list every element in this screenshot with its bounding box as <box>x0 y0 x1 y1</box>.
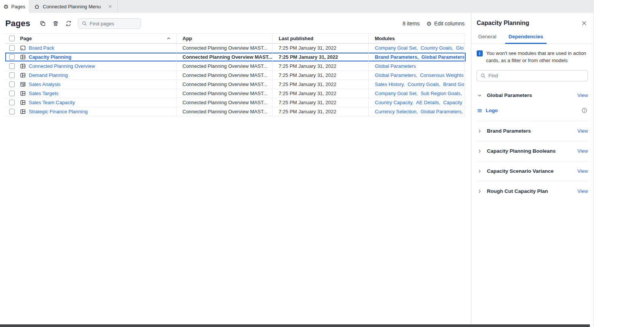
select-all-checkbox[interactable] <box>9 36 15 41</box>
report-icon <box>20 45 26 51</box>
tab-general[interactable]: General <box>477 30 497 44</box>
column-header-app[interactable]: App <box>176 34 272 43</box>
table-row-selected[interactable]: Capacity Planning Connected Planning Ove… <box>5 53 466 62</box>
page-cell: Sales Analysis <box>18 80 176 89</box>
section-name: Rough Cut Capacity Plan <box>487 188 548 194</box>
page-link[interactable]: Sales Targets <box>29 91 59 96</box>
page-link[interactable]: Strategic Finance Planning <box>29 109 87 114</box>
page-cell: Strategic Finance Planning <box>18 107 176 116</box>
modules-cell[interactable]: Company Goal Set, Sub Region Goals, <box>368 89 465 98</box>
panel-header: Capacity Planning <box>471 13 593 30</box>
find-modules-input[interactable] <box>488 73 584 78</box>
section-name: Capacity Planning Booleans <box>487 148 556 154</box>
view-link[interactable]: View <box>577 128 588 134</box>
row-checkbox[interactable] <box>9 100 15 105</box>
section-name: Capacity Scenario Variance <box>487 168 554 174</box>
row-checkbox[interactable] <box>9 45 15 51</box>
section-capacity-planning-booleans: Capacity Planning Booleans View <box>477 141 588 161</box>
section-header[interactable]: Global Parameters View <box>477 86 588 105</box>
dependencies-notice: You won't see modules that are used in a… <box>471 44 593 64</box>
view-link[interactable]: View <box>577 188 588 194</box>
page-link[interactable]: Connected Planning Overview <box>29 63 95 69</box>
section-name: Global Parameters <box>487 92 532 98</box>
items-count: 8 items <box>402 20 419 27</box>
last-published-cell: 7:25 PM January 31, 2022 <box>272 80 368 89</box>
page-cell: Sales Team Capacity <box>18 98 176 107</box>
modules-cell[interactable]: Country Capacity, AE Details, Capacity <box>368 98 465 107</box>
modules-cell[interactable]: Brand Parameters, Global Parameters, <box>368 53 465 61</box>
table-row[interactable]: Board Pack Connected Planning Overview M… <box>5 44 466 53</box>
modules-cell[interactable]: Sales History, Country Goals, Brand Go <box>368 80 465 89</box>
chevron-down-icon <box>477 92 483 99</box>
page-link[interactable]: Demand Planning <box>29 72 68 78</box>
app-window: Pages Connected Planning Menu Pages <box>0 0 594 327</box>
app-cell: Connected Planning Overview MAST... <box>176 44 272 52</box>
window-bottom-edge <box>0 324 590 327</box>
table-row[interactable]: Sales Analysis Connected Planning Overvi… <box>5 80 466 89</box>
modules-cell[interactable]: Company Goal Set, Country Goals, Glo <box>368 44 465 52</box>
screen: Pages Connected Planning Menu Pages <box>0 0 644 327</box>
column-header-page-label: Page <box>20 36 32 41</box>
worksheet-icon <box>20 81 26 87</box>
page-link[interactable]: Board Pack <box>29 45 54 51</box>
tab-pages[interactable]: Pages <box>0 0 29 13</box>
row-checkbox[interactable] <box>9 72 15 78</box>
dependency-item-logo[interactable]: Logo <box>477 105 588 116</box>
column-header-page[interactable]: Page <box>18 34 176 43</box>
row-checkbox[interactable] <box>9 109 15 114</box>
table-row[interactable]: Demand Planning Connected Planning Overv… <box>5 71 466 80</box>
view-link[interactable]: View <box>577 168 588 174</box>
find-modules-search[interactable] <box>477 70 588 81</box>
app-cell: Connected Planning Overview MAST... <box>176 98 272 107</box>
section-header[interactable]: Capacity Planning Booleans View <box>477 141 588 161</box>
section-header[interactable]: Brand Parameters View <box>477 121 588 141</box>
modules-cell[interactable]: Currency Selection, Global Parameters, <box>368 107 465 116</box>
info-outline-icon[interactable] <box>582 108 587 113</box>
pages-toolbar: Pages <box>0 17 471 30</box>
dependency-label[interactable]: Logo <box>486 108 498 113</box>
last-published-cell: 7:25 PM January 31, 2022 <box>272 62 368 70</box>
app-tab-bar: Pages Connected Planning Menu <box>0 0 593 13</box>
delete-button[interactable] <box>51 19 61 28</box>
last-published-cell: 7:25 PM January 31, 2022 <box>272 44 368 52</box>
tab-connected-planning-menu[interactable]: Connected Planning Menu <box>29 0 118 13</box>
modules-cell[interactable]: Global Parameters, Consensus Weights <box>368 71 465 80</box>
checkbox-cell <box>5 44 18 52</box>
page-link[interactable]: Sales Analysis <box>29 81 61 87</box>
checkbox-cell <box>5 98 18 107</box>
section-header[interactable]: Rough Cut Capacity Plan View <box>477 181 588 201</box>
tab-dependencies[interactable]: Dependencies <box>508 30 544 44</box>
column-header-modules[interactable]: Modules <box>368 34 465 43</box>
row-checkbox[interactable] <box>9 63 15 69</box>
section-header[interactable]: Capacity Scenario Variance View <box>477 161 588 181</box>
home-icon <box>34 4 40 9</box>
row-checkbox[interactable] <box>9 91 15 96</box>
last-published-cell: 7:25 PM January 31, 2022 <box>272 89 368 98</box>
find-pages-search[interactable] <box>78 18 141 29</box>
board-icon <box>20 91 26 96</box>
search-icon <box>480 73 486 78</box>
view-link[interactable]: View <box>577 148 588 154</box>
duplicate-button[interactable] <box>38 19 48 28</box>
row-checkbox[interactable] <box>9 54 15 60</box>
close-icon[interactable] <box>580 19 588 27</box>
column-header-last-published[interactable]: Last published <box>272 34 368 43</box>
table-row[interactable]: Sales Targets Connected Planning Overvie… <box>5 89 466 98</box>
page-link[interactable]: Capacity Planning <box>29 54 72 60</box>
table-row[interactable]: Connected Planning Overview Connected Pl… <box>5 62 466 71</box>
page-cell: Capacity Planning <box>18 53 176 61</box>
tab-close-icon[interactable] <box>107 3 114 10</box>
edit-columns-button[interactable]: Edit columns <box>426 20 465 27</box>
last-published-cell: 7:25 PM January 31, 2022 <box>272 71 368 80</box>
table-row[interactable]: Sales Team Capacity Connected Planning O… <box>5 98 466 107</box>
page-cell: Demand Planning <box>18 71 176 80</box>
board-icon <box>20 63 26 69</box>
find-pages-input[interactable] <box>90 21 137 27</box>
board-icon <box>20 100 26 105</box>
table-row[interactable]: Strategic Finance Planning Connected Pla… <box>5 107 466 116</box>
row-checkbox[interactable] <box>9 81 15 87</box>
modules-cell[interactable]: Global Parameters <box>368 62 465 70</box>
refresh-button[interactable] <box>64 19 73 28</box>
view-link[interactable]: View <box>577 92 588 98</box>
page-link[interactable]: Sales Team Capacity <box>29 100 75 105</box>
